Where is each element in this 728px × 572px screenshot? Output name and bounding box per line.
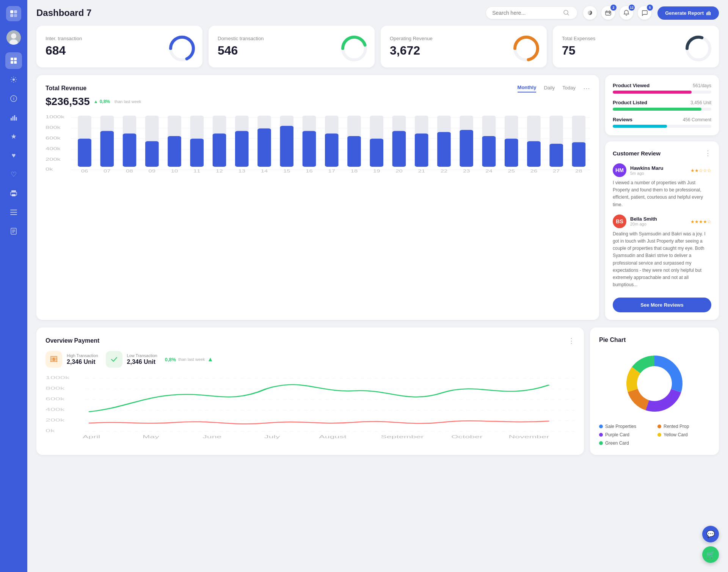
svg-text:09: 09 bbox=[149, 169, 156, 173]
metric-bar-bg-0 bbox=[613, 91, 711, 94]
legend-dot-blue bbox=[599, 425, 603, 428]
sidebar-item-info[interactable]: i bbox=[5, 90, 22, 107]
overview-more-btn[interactable]: ⋮ bbox=[568, 337, 575, 345]
see-more-reviews-btn[interactable]: See More Reviews bbox=[613, 298, 711, 312]
sidebar-logo[interactable] bbox=[6, 6, 21, 21]
more-options-btn[interactable]: ⋯ bbox=[583, 84, 590, 92]
svg-text:200k: 200k bbox=[46, 418, 64, 422]
svg-rect-113 bbox=[505, 139, 518, 167]
stat-card-3: Total Expenses 75 bbox=[553, 26, 719, 67]
stat-label-2: Operating Revenue bbox=[390, 36, 433, 41]
svg-text:16: 16 bbox=[306, 169, 313, 173]
svg-text:200k: 200k bbox=[46, 157, 61, 161]
svg-text:19: 19 bbox=[373, 169, 380, 173]
metric-bar-1 bbox=[613, 108, 701, 111]
sidebar-item-analytics[interactable] bbox=[5, 109, 22, 126]
float-cart-btn[interactable]: 🛒 bbox=[702, 546, 719, 563]
svg-text:28: 28 bbox=[575, 169, 582, 173]
tab-today[interactable]: Today bbox=[562, 85, 576, 92]
svg-rect-80 bbox=[257, 129, 271, 167]
review-top-0: HM Hawkins Maru 5m ago ★★☆☆☆ bbox=[613, 163, 711, 177]
stat-value-2: 3,672 bbox=[390, 44, 433, 58]
chat-badge: 5 bbox=[647, 5, 653, 11]
svg-text:1000k: 1000k bbox=[46, 376, 69, 380]
sidebar-item-heart[interactable]: ♡ bbox=[5, 166, 22, 183]
metric-item-0: Product Viewed 561/days bbox=[613, 83, 711, 94]
overview-arrow: ▲ bbox=[207, 356, 213, 363]
sidebar-item-print[interactable] bbox=[5, 185, 22, 202]
revenue-chart-title: Total Revenue bbox=[46, 85, 86, 92]
wallet-btn[interactable]: 2 bbox=[601, 6, 615, 20]
svg-text:May: May bbox=[143, 435, 159, 439]
metric-name-0: Product Viewed bbox=[613, 83, 650, 88]
review-avatar-0: HM bbox=[613, 163, 626, 177]
chat-btn[interactable]: 5 bbox=[638, 6, 651, 20]
content-row: Total Revenue Monthly Daily Today ⋯ $236… bbox=[36, 75, 719, 320]
stat-info-3: Total Expenses 75 bbox=[562, 36, 595, 58]
review-item-0: HM Hawkins Maru 5m ago ★★☆☆☆ I viewed a … bbox=[613, 163, 711, 208]
review-meta-0: Hawkins Maru 5m ago bbox=[630, 165, 663, 176]
svg-text:0k: 0k bbox=[46, 429, 55, 433]
svg-text:17: 17 bbox=[328, 169, 335, 173]
legend-purple-card: Purple Card bbox=[599, 432, 651, 437]
legend-dot-orange bbox=[657, 425, 661, 428]
svg-rect-119 bbox=[549, 144, 563, 167]
avatar[interactable] bbox=[6, 30, 21, 45]
sidebar-item-menu[interactable] bbox=[5, 204, 22, 221]
revenue-sub: than last week bbox=[115, 99, 141, 104]
review-time-1: 20m ago bbox=[630, 222, 657, 226]
bell-btn[interactable]: 12 bbox=[620, 6, 633, 20]
sidebar-item-document[interactable] bbox=[5, 223, 22, 240]
theme-toggle-btn[interactable] bbox=[583, 6, 597, 20]
overview-pct-value: 0,8% bbox=[165, 357, 176, 362]
svg-rect-101 bbox=[415, 133, 428, 167]
tab-daily[interactable]: Daily bbox=[544, 85, 555, 92]
svg-text:400k: 400k bbox=[46, 146, 61, 151]
review-meta-1: Bella Smith 20m ago bbox=[630, 216, 657, 226]
stat-donut-2 bbox=[511, 33, 538, 60]
stat-value-1: 546 bbox=[218, 44, 264, 58]
reviews-header: Customer Review ⋮ bbox=[613, 149, 711, 157]
review-stars-wrap-0: ★★☆☆☆ bbox=[690, 167, 711, 174]
metric-bar-0 bbox=[613, 91, 692, 94]
svg-rect-74 bbox=[213, 133, 226, 167]
sidebar-item-heart-filled[interactable]: ♥ bbox=[5, 147, 22, 164]
metric-item-2: Reviews 456 Comment bbox=[613, 117, 711, 128]
svg-rect-31 bbox=[706, 13, 707, 15]
low-trans-value: 2,346 Unit bbox=[127, 359, 157, 365]
generate-report-btn[interactable]: Generate Report bbox=[657, 6, 719, 20]
legend-rented-prop: Rented Prop bbox=[657, 424, 710, 429]
total-revenue-card: Total Revenue Monthly Daily Today ⋯ $236… bbox=[36, 75, 599, 320]
reviews-title: Customer Review bbox=[613, 150, 661, 157]
svg-rect-21 bbox=[10, 210, 17, 210]
stat-info-2: Operating Revenue 3,672 bbox=[390, 36, 433, 58]
svg-rect-92 bbox=[347, 136, 361, 167]
sidebar-item-dashboard[interactable] bbox=[5, 52, 22, 69]
sidebar: i ★ ♥ ♡ bbox=[0, 0, 27, 572]
wallet-badge: 2 bbox=[610, 5, 617, 11]
legend-green-card: Green Card bbox=[599, 440, 651, 446]
stat-donut-1 bbox=[339, 33, 366, 60]
svg-rect-15 bbox=[13, 116, 14, 121]
bell-badge: 12 bbox=[629, 5, 635, 11]
legend-label-yellow: Yellow Card bbox=[664, 432, 688, 437]
high-transaction: $ High Transaction 2,346 Unit bbox=[46, 351, 98, 368]
float-support-btn[interactable]: 💬 bbox=[702, 526, 719, 542]
svg-rect-34 bbox=[710, 12, 711, 15]
svg-point-11 bbox=[13, 78, 15, 81]
sidebar-item-settings[interactable] bbox=[5, 71, 22, 88]
svg-rect-71 bbox=[190, 139, 204, 167]
sidebar-nav: i ★ ♥ ♡ bbox=[0, 52, 27, 240]
svg-text:18: 18 bbox=[351, 169, 358, 173]
svg-rect-17 bbox=[16, 117, 17, 121]
search-input[interactable] bbox=[492, 10, 560, 16]
stat-donut-3 bbox=[683, 33, 710, 60]
svg-text:13: 13 bbox=[238, 169, 245, 173]
svg-text:September: September bbox=[381, 435, 424, 439]
tab-monthly[interactable]: Monthly bbox=[518, 85, 537, 92]
reviews-more-btn[interactable]: ⋮ bbox=[704, 149, 711, 157]
pie-legend: Sale Properties Rented Prop Purple Card … bbox=[599, 424, 710, 446]
high-trans-value: 2,346 Unit bbox=[67, 359, 98, 365]
stat-card-2: Operating Revenue 3,672 bbox=[381, 26, 547, 67]
sidebar-item-star[interactable]: ★ bbox=[5, 128, 22, 145]
